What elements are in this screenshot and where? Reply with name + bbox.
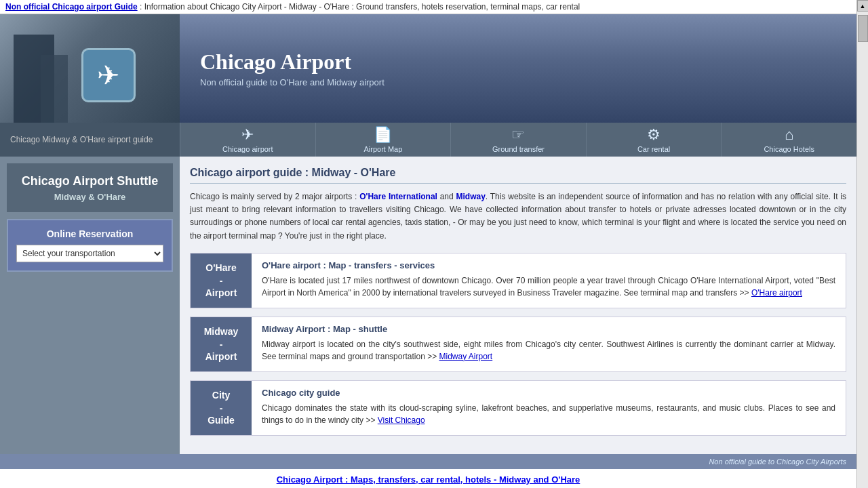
midway-card-text: Midway airport is located on the city's … xyxy=(262,338,835,363)
reservation-title: Online Reservation xyxy=(16,228,163,239)
midway-intro-link[interactable]: Midway xyxy=(456,192,486,201)
transportation-select[interactable]: Select your transportation Shuttle Taxi … xyxy=(16,245,163,262)
city-guide-card-title: Chicago city guide xyxy=(262,388,835,398)
scroll-track xyxy=(857,12,868,488)
sidebar: Chicago Airport Shuttle Midway & O'Hare … xyxy=(0,157,180,454)
topbar-link[interactable]: Non official Chicago airport Guide xyxy=(5,2,138,12)
footer-top: Non official guide to Chicago City Airpo… xyxy=(0,454,856,469)
city-guide-card-content: Chicago city guide Chicago dominates the… xyxy=(252,381,846,435)
nav-left-label: Chicago Midway & O'Hare airport guide xyxy=(0,123,180,157)
building-silhouette2 xyxy=(41,55,68,123)
car-nav-icon: ⚙ xyxy=(647,126,660,144)
transfer-nav-icon: ☞ xyxy=(511,126,525,144)
top-bar: Non official Chicago airport Guide : Inf… xyxy=(0,0,856,14)
ohare-card-content: O'Hare airport : Map - transfers - servi… xyxy=(252,253,846,308)
city-guide-label-text: City-Guide xyxy=(208,389,235,426)
city-guide-card-text: Chicago dominates the state with its clo… xyxy=(262,402,835,426)
topbar-description: : Information about Chicago City Airport… xyxy=(138,2,580,12)
ohare-card-title: O'Hare airport : Map - transfers - servi… xyxy=(262,260,835,270)
nav-label-ground-transfer: Ground transfer xyxy=(492,145,545,153)
plane-nav-icon: ✈ xyxy=(241,126,254,144)
scroll-thumb[interactable] xyxy=(858,15,868,42)
midway-card-label: Midway-Airport xyxy=(191,317,252,371)
reservation-box: Online Reservation Select your transport… xyxy=(7,219,173,272)
ohare-card-text: O'Hare is located just 17 miles northwes… xyxy=(262,274,835,299)
footer-bottom-title: Chicago Airport : Maps, transfers, car r… xyxy=(10,474,846,485)
nav-bar: Chicago Midway & O'Hare airport guide ✈ … xyxy=(0,123,856,157)
ohare-card-link[interactable]: O'Hare airport xyxy=(751,288,802,298)
hotel-nav-icon: ⌂ xyxy=(785,126,793,144)
ohare-card: O'Hare-Airport O'Hare airport : Map - tr… xyxy=(190,253,846,308)
guide-intro: Chicago is mainly served by 2 major airp… xyxy=(190,190,846,243)
nav-item-car-rental[interactable]: ⚙ Car rental xyxy=(586,123,722,157)
shuttle-subtitle: Midway & O'Hare xyxy=(17,192,163,202)
header-left-panel: ✈ xyxy=(0,14,180,123)
nav-label-car-rental: Car rental xyxy=(637,145,670,153)
site-title: Chicago Airport xyxy=(200,49,836,75)
content-wrapper: Chicago Airport Shuttle Midway & O'Hare … xyxy=(0,157,856,454)
city-guide-card-label: City-Guide xyxy=(191,381,252,435)
guide-title: Chicago airport guide : Midway - O'Hare xyxy=(190,167,846,184)
midway-card-link[interactable]: Midway Airport xyxy=(439,352,493,361)
city-guide-card-link[interactable]: Visit Chicago xyxy=(378,415,425,425)
ohare-card-label: O'Hare-Airport xyxy=(191,253,252,308)
footer-title-link[interactable]: Chicago Airport : Maps, transfers, car r… xyxy=(277,474,580,485)
nav-item-chicago-airport[interactable]: ✈ Chicago airport xyxy=(180,123,315,157)
scroll-up-button[interactable]: ▲ xyxy=(857,0,869,12)
footer-top-text: Non official guide to Chicago City Airpo… xyxy=(709,458,846,466)
city-guide-card: City-Guide Chicago city guide Chicago do… xyxy=(190,380,846,436)
nav-item-airport-map[interactable]: 📄 Airport Map xyxy=(315,123,451,157)
nav-items: ✈ Chicago airport 📄 Airport Map ☞ Ground… xyxy=(180,123,856,157)
footer-bottom: Chicago Airport : Maps, transfers, car r… xyxy=(0,469,856,488)
midway-card: Midway-Airport Midway Airport : Map - sh… xyxy=(190,317,846,372)
main-content: Chicago airport guide : Midway - O'Hare … xyxy=(180,157,856,454)
midway-card-title: Midway Airport : Map - shuttle xyxy=(262,324,835,334)
header: ✈ Chicago Airport Non official guide to … xyxy=(0,14,856,123)
scrollbar: ▲ ▼ xyxy=(856,0,868,488)
ohare-label-text: O'Hare-Airport xyxy=(205,262,237,299)
nav-label-airport-map: Airport Map xyxy=(363,145,402,153)
plane-icon: ✈ xyxy=(97,60,120,91)
header-right-panel: Chicago Airport Non official guide to O'… xyxy=(180,14,856,123)
shuttle-box: Chicago Airport Shuttle Midway & O'Hare xyxy=(7,163,173,212)
nav-left-text: Chicago Midway & O'Hare airport guide xyxy=(10,135,153,144)
nav-label-chicago-hotels: Chicago Hotels xyxy=(764,145,814,153)
nav-item-ground-transfer[interactable]: ☞ Ground transfer xyxy=(450,123,586,157)
plane-icon-box: ✈ xyxy=(81,48,136,102)
midway-card-content: Midway Airport : Map - shuttle Midway ai… xyxy=(252,317,846,371)
shuttle-title: Chicago Airport Shuttle xyxy=(17,174,163,189)
nav-item-chicago-hotels[interactable]: ⌂ Chicago Hotels xyxy=(721,123,856,157)
nav-label-chicago-airport: Chicago airport xyxy=(222,145,273,153)
site-subtitle: Non official guide to O'Hare and Midway … xyxy=(200,77,836,87)
ohare-intro-link[interactable]: O'Hare International xyxy=(359,192,437,201)
midway-label-text: Midway-Airport xyxy=(204,325,239,363)
map-nav-icon: 📄 xyxy=(374,126,392,144)
